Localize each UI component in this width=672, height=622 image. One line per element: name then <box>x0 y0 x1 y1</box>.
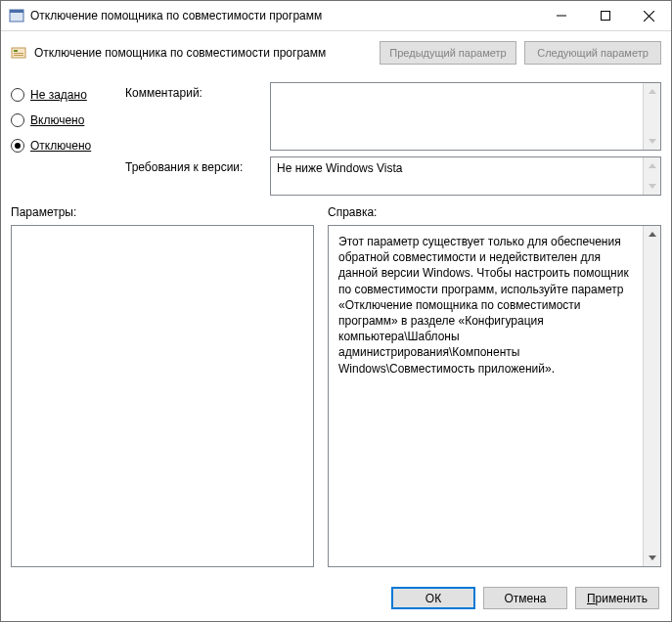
help-panel: Справка: Этот параметр существует только… <box>328 205 661 567</box>
state-radio-group: Не задано Включено Отключено <box>11 82 113 196</box>
scroll-down-icon <box>644 133 660 150</box>
toolbar: Отключение помощника по совместимости пр… <box>1 31 671 74</box>
policy-dialog: Отключение помощника по совместимости пр… <box>0 0 672 622</box>
window-icon <box>9 8 24 23</box>
svg-marker-12 <box>649 163 656 168</box>
policy-icon <box>11 45 26 61</box>
body-area: Не задано Включено Отключено Комментарий… <box>1 74 671 196</box>
svg-marker-10 <box>649 89 656 94</box>
cancel-button[interactable]: Отмена <box>483 587 567 609</box>
window-title: Отключение помощника по совместимости пр… <box>30 9 539 22</box>
scrollbar[interactable] <box>643 226 660 566</box>
close-button[interactable] <box>627 1 671 30</box>
svg-marker-15 <box>649 555 656 560</box>
svg-marker-14 <box>649 232 656 237</box>
previous-setting-button[interactable]: Предыдущий параметр <box>380 41 516 65</box>
radio-icon <box>11 139 24 153</box>
maximize-button[interactable] <box>583 1 627 30</box>
lower-panels: Параметры: Справка: Этот параметр сущест… <box>1 196 671 577</box>
radio-not-configured[interactable]: Не задано <box>11 88 113 102</box>
svg-rect-9 <box>14 55 23 56</box>
svg-rect-8 <box>14 53 23 54</box>
scroll-down-icon <box>644 550 660 566</box>
radio-enabled[interactable]: Включено <box>11 113 113 127</box>
svg-marker-13 <box>649 184 656 189</box>
radio-icon <box>11 88 24 102</box>
requirements-value: Не ниже Windows Vista <box>271 157 643 195</box>
nav-buttons: Предыдущий параметр Следующий параметр <box>380 41 661 65</box>
scroll-up-icon <box>644 157 660 174</box>
comment-row: Комментарий: <box>125 82 661 151</box>
radio-icon <box>11 113 24 127</box>
dialog-footer: ОК Отмена Применить <box>1 577 671 621</box>
scroll-up-icon <box>644 83 660 100</box>
requirements-textarea: Не ниже Windows Vista <box>270 156 661 196</box>
radio-label: Включено <box>30 113 84 127</box>
scrollbar[interactable] <box>643 83 660 150</box>
svg-rect-1 <box>10 10 23 13</box>
radio-label: Отключено <box>30 139 91 153</box>
parameters-label: Параметры: <box>11 205 314 219</box>
radio-disabled[interactable]: Отключено <box>11 139 113 153</box>
scroll-up-icon <box>644 226 660 243</box>
radio-label: Не задано <box>30 88 87 102</box>
scrollbar[interactable] <box>643 157 660 195</box>
scroll-down-icon <box>644 178 660 195</box>
help-label: Справка: <box>328 205 661 219</box>
ok-button[interactable]: ОК <box>391 587 475 609</box>
parameters-box <box>11 225 314 567</box>
comment-value <box>271 83 643 150</box>
svg-rect-3 <box>601 12 609 21</box>
comment-label: Комментарий: <box>125 82 262 100</box>
help-box: Этот параметр существует только для обес… <box>328 225 661 567</box>
svg-rect-7 <box>14 50 18 52</box>
minimize-button[interactable] <box>539 1 583 30</box>
svg-marker-11 <box>649 139 656 144</box>
help-text: Этот параметр существует только для обес… <box>329 226 643 566</box>
parameters-panel: Параметры: <box>11 205 314 567</box>
requirements-row: Требования к версии: Не ниже Windows Vis… <box>125 156 661 196</box>
window-controls <box>539 1 671 30</box>
apply-button[interactable]: Применить <box>575 587 659 609</box>
policy-title: Отключение помощника по совместимости пр… <box>34 46 380 60</box>
titlebar[interactable]: Отключение помощника по совместимости пр… <box>1 1 671 31</box>
next-setting-button[interactable]: Следующий параметр <box>524 41 661 65</box>
requirements-label: Требования к версии: <box>125 156 262 174</box>
parameters-content <box>12 226 313 566</box>
client-area: Отключение помощника по совместимости пр… <box>1 31 671 621</box>
form-column: Комментарий: Требования к версии: Не ниж… <box>125 82 661 196</box>
comment-textarea[interactable] <box>270 82 661 151</box>
